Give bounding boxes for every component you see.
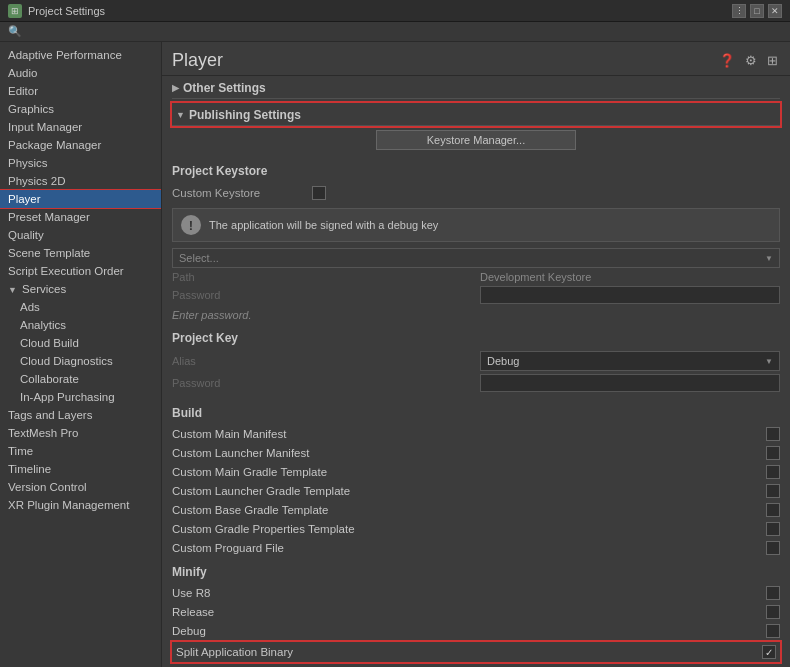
publishing-settings-label: Publishing Settings (189, 108, 301, 122)
warning-icon: ! (181, 215, 201, 235)
keystore-select[interactable]: Select... ▼ (172, 248, 780, 268)
sidebar-item-player[interactable]: Player (0, 190, 161, 208)
content-header: Player ❓ ⚙ ⊞ (162, 42, 790, 76)
window-controls: ⋮ □ ✕ (732, 4, 782, 18)
sidebar-item-quality[interactable]: Quality (0, 226, 161, 244)
sidebar-item-textmesh-pro[interactable]: TextMesh Pro (0, 424, 161, 442)
app-icon: ⊞ (8, 4, 22, 18)
publishing-settings-header[interactable]: ▼ Publishing Settings (172, 103, 780, 126)
sidebar-item-version-control[interactable]: Version Control (0, 478, 161, 496)
page-title: Player (172, 50, 223, 71)
custom-proguard-checkbox[interactable] (766, 541, 780, 555)
sidebar-item-audio[interactable]: Audio (0, 64, 161, 82)
sidebar: Adaptive Performance Audio Editor Graphi… (0, 42, 162, 667)
split-application-binary-row: Split Application Binary ✓ (172, 642, 780, 662)
settings-icon[interactable]: ⚙ (743, 51, 759, 70)
alias-row: Alias Debug ▼ (172, 351, 780, 371)
sidebar-item-timeline[interactable]: Timeline (0, 460, 161, 478)
publishing-triangle: ▼ (176, 110, 185, 120)
search-input[interactable] (26, 26, 620, 38)
keystore-manager-button[interactable]: Keystore Manager... (376, 130, 576, 150)
sidebar-item-physics2d[interactable]: Physics 2D (0, 172, 161, 190)
sidebar-item-scene-template[interactable]: Scene Template (0, 244, 161, 262)
project-key-password-row: Password (172, 374, 780, 392)
custom-main-gradle-checkbox[interactable] (766, 465, 780, 479)
warning-text: The application will be signed with a de… (209, 219, 438, 231)
dev-keystore-label: Development Keystore (480, 271, 610, 283)
custom-proguard-label: Custom Proguard File (172, 542, 766, 554)
project-key-title: Project Key (172, 325, 780, 348)
custom-launcher-manifest-label: Custom Launcher Manifest (172, 447, 766, 459)
sidebar-item-adaptive-performance[interactable]: Adaptive Performance (0, 46, 161, 64)
project-key-password-label-col: Password (172, 377, 472, 389)
custom-keystore-label: Custom Keystore (172, 187, 312, 199)
build-row-custom-launcher-manifest: Custom Launcher Manifest (172, 445, 780, 461)
sidebar-item-preset-manager[interactable]: Preset Manager (0, 208, 161, 226)
sidebar-item-collaborate[interactable]: Collaborate (0, 370, 161, 388)
close-btn[interactable]: ✕ (768, 4, 782, 18)
alias-col-left: Alias (172, 355, 472, 367)
help-icon[interactable]: ❓ (717, 51, 737, 70)
custom-gradle-properties-checkbox[interactable] (766, 522, 780, 536)
project-key-password-input[interactable] (480, 374, 780, 392)
sidebar-item-editor[interactable]: Editor (0, 82, 161, 100)
sidebar-item-input-manager[interactable]: Input Manager (0, 118, 161, 136)
debug-checkbox-label: Debug (172, 625, 766, 637)
other-settings-header[interactable]: ▶ Other Settings (172, 76, 780, 99)
warning-box: ! The application will be signed with a … (172, 208, 780, 242)
sidebar-item-time[interactable]: Time (0, 442, 161, 460)
maximize-btn[interactable]: □ (750, 4, 764, 18)
keystore-password-input[interactable] (480, 286, 780, 304)
main-container: Adaptive Performance Audio Editor Graphi… (0, 42, 790, 667)
custom-launcher-manifest-checkbox[interactable] (766, 446, 780, 460)
sidebar-item-ads[interactable]: Ads (0, 298, 161, 316)
sidebar-item-xr-plugin-management[interactable]: XR Plugin Management (0, 496, 161, 514)
path-label: Path (172, 271, 242, 283)
build-row-custom-main-manifest: Custom Main Manifest (172, 426, 780, 442)
custom-base-gradle-checkbox[interactable] (766, 503, 780, 517)
sidebar-item-analytics[interactable]: Analytics (0, 316, 161, 334)
project-key-password-input-col (480, 374, 780, 392)
sidebar-item-package-manager[interactable]: Package Manager (0, 136, 161, 154)
custom-main-manifest-checkbox[interactable] (766, 427, 780, 441)
services-triangle: ▼ (8, 285, 17, 295)
select-arrow-icon: ▼ (765, 254, 773, 263)
password-label-left: Password (172, 289, 242, 301)
sidebar-item-physics[interactable]: Physics (0, 154, 161, 172)
build-row-custom-base-gradle: Custom Base Gradle Template (172, 502, 780, 518)
path-col: Path (172, 271, 472, 283)
minify-release-row: Release (172, 604, 780, 620)
window-title: Project Settings (28, 5, 732, 17)
section-container: ▶ Other Settings ▼ Publishing Settings K… (162, 76, 790, 667)
sidebar-item-tags-and-layers[interactable]: Tags and Layers (0, 406, 161, 424)
debug-label: Debug (487, 355, 519, 367)
alias-dropdown-col: Debug ▼ (480, 351, 780, 371)
use-r8-label: Use R8 (172, 587, 766, 599)
sidebar-item-cloud-diagnostics[interactable]: Cloud Diagnostics (0, 352, 161, 370)
layout-icon[interactable]: ⊞ (765, 51, 780, 70)
title-bar: ⊞ Project Settings ⋮ □ ✕ (0, 0, 790, 22)
menu-btn[interactable]: ⋮ (732, 4, 746, 18)
sidebar-item-in-app-purchasing[interactable]: In-App Purchasing (0, 388, 161, 406)
release-checkbox[interactable] (766, 605, 780, 619)
custom-launcher-gradle-checkbox[interactable] (766, 484, 780, 498)
password-input-col (480, 286, 780, 304)
custom-keystore-row: Custom Keystore (172, 184, 780, 202)
password-hint: Enter password. (172, 307, 780, 325)
header-icons: ❓ ⚙ ⊞ (717, 51, 780, 70)
debug-checkbox[interactable] (766, 624, 780, 638)
sidebar-item-graphics[interactable]: Graphics (0, 100, 161, 118)
sidebar-item-cloud-build[interactable]: Cloud Build (0, 334, 161, 352)
keystore-select-row: Select... ▼ (172, 248, 780, 268)
custom-main-manifest-label: Custom Main Manifest (172, 428, 766, 440)
custom-main-gradle-label: Custom Main Gradle Template (172, 466, 766, 478)
split-application-binary-checkbox[interactable]: ✓ (762, 645, 776, 659)
alias-select[interactable]: Debug ▼ (480, 351, 780, 371)
use-r8-checkbox[interactable] (766, 586, 780, 600)
sidebar-item-script-execution-order[interactable]: Script Execution Order (0, 262, 161, 280)
other-settings-triangle: ▶ (172, 83, 179, 93)
custom-keystore-checkbox[interactable] (312, 186, 326, 200)
build-row-custom-proguard: Custom Proguard File (172, 540, 780, 556)
project-keystore-title: Project Keystore (172, 158, 780, 181)
sidebar-services-group: ▼ Services (0, 280, 161, 298)
